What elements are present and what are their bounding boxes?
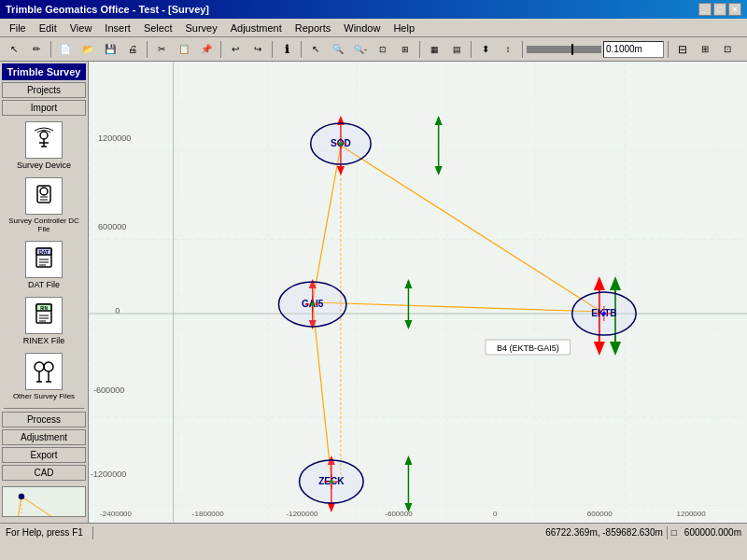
arrow-up-button[interactable]: ⬍: [475, 39, 496, 60]
svg-text:1200000: 1200000: [98, 133, 131, 143]
new-button[interactable]: 📄: [55, 39, 76, 60]
toolbar-separator-7: [471, 41, 472, 58]
svg-text:DAT: DAT: [39, 249, 49, 255]
zoom-in-button[interactable]: 🔍: [328, 39, 348, 60]
adjustment-button[interactable]: Adjustment: [2, 429, 86, 445]
sidebar-item-other-files[interactable]: Other Survey Files: [2, 349, 86, 404]
select-tool-button[interactable]: ↖: [4, 39, 24, 60]
maximize-button[interactable]: □: [713, 3, 726, 16]
svg-text:RIN: RIN: [40, 306, 48, 311]
dat-file-icon: DAT: [25, 241, 63, 278]
sidebar: Trimble Survey Projects Import Survey De…: [0, 62, 89, 523]
coordinate-display: 66722.369m, -859682.630m □ 600000.000m: [545, 526, 741, 539]
menu-edit[interactable]: Edit: [34, 21, 63, 35]
menu-view[interactable]: View: [64, 21, 98, 35]
toolbar-separator-3: [220, 41, 221, 58]
zoom-fit-button[interactable]: ⊡: [373, 39, 393, 60]
open-button[interactable]: 📂: [78, 39, 98, 60]
svg-text:1200000: 1200000: [676, 510, 706, 518]
menu-select[interactable]: Select: [138, 21, 178, 35]
filter-button[interactable]: ⊟: [672, 39, 693, 60]
undo-button[interactable]: ↩: [225, 39, 246, 60]
svg-point-0: [40, 132, 48, 139]
svg-point-89: [602, 312, 606, 315]
process-button[interactable]: Process: [2, 412, 86, 427]
export-button[interactable]: Export: [2, 447, 86, 463]
zoom-out-button[interactable]: 🔍-: [350, 39, 371, 60]
svg-point-21: [44, 362, 53, 371]
svg-text:600000: 600000: [587, 510, 613, 518]
redo-button[interactable]: ↪: [247, 39, 268, 60]
toolbar-separator-8: [522, 41, 523, 58]
svg-text:-1200000: -1200000: [287, 510, 319, 518]
svg-text:0: 0: [115, 306, 120, 315]
zoom-value-input[interactable]: [603, 41, 664, 58]
svg-text:-1200000: -1200000: [91, 469, 126, 479]
toolbar-separator-6: [419, 41, 420, 58]
projects-button[interactable]: Projects: [2, 82, 86, 98]
svg-text:-600000: -600000: [93, 385, 124, 395]
edit-tool-button[interactable]: ✏: [26, 39, 47, 60]
dat-file-label: DAT File: [28, 280, 60, 289]
toolbar-separator-2: [147, 41, 148, 58]
title-controls: _ □ ×: [698, 3, 741, 16]
close-button[interactable]: ×: [728, 3, 741, 16]
toolbar-separator-9: [668, 41, 669, 58]
title-bar: Trimble Geomatics Office - Test - [Surve…: [0, 0, 747, 19]
menu-file[interactable]: File: [4, 21, 32, 35]
sidebar-item-rinex-file[interactable]: RIN RINEX File: [2, 293, 86, 349]
rinex-file-label: RINEX File: [23, 336, 65, 345]
menu-help[interactable]: Help: [388, 21, 420, 35]
coordinates: 66722.369m, -859682.630m: [545, 527, 663, 538]
svg-text:-2400000: -2400000: [100, 510, 133, 518]
svg-text:600000: 600000: [98, 222, 126, 231]
toolbar-separator-5: [301, 41, 302, 58]
svg-text:B4 (EKTB-GAI5): B4 (EKTB-GAI5): [497, 343, 559, 353]
main-content: Trimble Survey Projects Import Survey De…: [0, 62, 747, 523]
import-button[interactable]: Import: [2, 100, 86, 116]
minimize-button[interactable]: _: [698, 3, 712, 16]
info-button[interactable]: ℹ: [276, 39, 297, 60]
controller-dc-label: Survey Controller DC File: [4, 217, 84, 233]
view-list-button[interactable]: ▤: [446, 39, 467, 60]
status-separator-2: [667, 526, 668, 539]
toolbar: ↖ ✏ 📄 📂 💾 🖨 ✂ 📋 📌 ↩ ↪ ℹ ↖ 🔍 🔍- ⊡ ⊞ ▦ ▤ ⬍…: [0, 37, 747, 62]
menu-reports[interactable]: Reports: [289, 21, 337, 35]
copy-button[interactable]: 📋: [174, 39, 194, 60]
toolbar-separator-4: [272, 41, 273, 58]
cad-button[interactable]: CAD: [2, 465, 86, 481]
mini-map: [2, 486, 86, 517]
survey-device-label: Survey Device: [17, 161, 71, 170]
menu-adjustment[interactable]: Adjustment: [225, 21, 288, 35]
help-text: For Help, press F1: [6, 527, 83, 538]
save-button[interactable]: 💾: [100, 39, 120, 60]
svg-point-102: [330, 480, 333, 483]
zoom-window-button[interactable]: ⊞: [395, 39, 416, 60]
view-toggle-button[interactable]: ▦: [424, 39, 444, 60]
menu-window[interactable]: Window: [338, 21, 386, 35]
svg-point-32: [19, 494, 24, 499]
menu-bar: File Edit View Insert Select Survey Adju…: [0, 19, 747, 37]
menu-survey[interactable]: Survey: [179, 21, 222, 35]
sidebar-item-survey-device[interactable]: Survey Device: [2, 118, 86, 174]
extra-button-1[interactable]: ⊞: [695, 39, 715, 60]
svg-point-78: [311, 302, 315, 306]
print-button[interactable]: 🖨: [122, 39, 143, 60]
svg-point-20: [35, 362, 44, 371]
other-files-icon: [25, 353, 63, 390]
controller-dc-icon: [25, 177, 63, 215]
menu-insert[interactable]: Insert: [99, 21, 136, 35]
arrow-down-button[interactable]: ↕: [498, 39, 518, 60]
paste-button[interactable]: 📌: [196, 39, 217, 60]
svg-text:0: 0: [493, 510, 498, 518]
canvas-area[interactable]: 1200000 600000 0 -600000 -1200000 -24000…: [89, 62, 747, 523]
sidebar-title: Trimble Survey: [2, 63, 86, 80]
sidebar-item-controller-dc[interactable]: Survey Controller DC File: [2, 174, 86, 237]
extra-button-2[interactable]: ⊡: [717, 39, 738, 60]
pointer-button[interactable]: ↖: [305, 39, 326, 60]
sidebar-item-dat-file[interactable]: DAT DAT File: [2, 237, 86, 293]
cut-button[interactable]: ✂: [151, 39, 172, 60]
svg-text:-1800000: -1800000: [192, 510, 225, 518]
other-files-label: Other Survey Files: [13, 392, 75, 400]
svg-rect-37: [89, 62, 747, 523]
